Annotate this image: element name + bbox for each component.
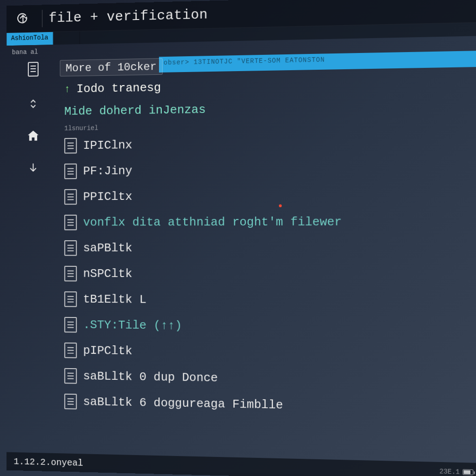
file-label: saPBltk	[83, 241, 132, 255]
file-icon	[64, 164, 77, 179]
file-icon	[64, 368, 77, 384]
file-icon	[64, 317, 77, 333]
file-row[interactable]: tB1Eltk L	[60, 286, 476, 315]
document-icon[interactable]	[26, 61, 40, 77]
file-row[interactable]: .STY:Tile (↑↑)	[60, 312, 476, 342]
subrow-left-label: bana al	[12, 48, 38, 56]
battery-icon	[463, 469, 473, 475]
section-header: Mide doherd inJenzas 1lsnuriel	[60, 96, 476, 133]
file-label: vonflx dita atthniad roght'm filewer	[83, 215, 342, 229]
main-area: More of 10cker ↑ Iodo tranesg Mide doher…	[7, 50, 476, 463]
file-row[interactable]: saPBltk	[60, 235, 476, 262]
file-icon	[64, 394, 77, 410]
file-row[interactable]: nSPCltk	[60, 261, 476, 289]
file-label: nSPCltk	[83, 267, 132, 281]
file-label: .STY:Tile (↑↑)	[83, 318, 182, 333]
file-label: saBLltk 6 doggureaga Fimblle	[83, 395, 283, 412]
titlebar-divider	[42, 10, 42, 27]
status-left: 1.12.2.onyeal	[13, 456, 83, 468]
file-label: pIPCltk	[83, 344, 132, 358]
status-right-text: 23E.1	[439, 468, 460, 476]
cursor-dot	[279, 205, 282, 207]
file-label: tB1Eltk L	[83, 292, 146, 307]
section-header-text: Mide doherd inJenzas	[64, 103, 205, 119]
upload-icon[interactable]	[14, 10, 31, 27]
up-arrow-icon: ↑	[64, 83, 70, 95]
file-list: IPIClnxPF:JinyPPICltxvonflx dita atthnia…	[60, 128, 476, 422]
file-icon	[64, 266, 77, 282]
file-label: PF:Jiny	[83, 164, 132, 178]
file-icon	[64, 215, 77, 230]
file-icon	[64, 240, 77, 256]
file-row[interactable]: vonflx dita atthniad roght'm filewer	[60, 208, 476, 235]
home-icon[interactable]	[26, 128, 40, 144]
tab-empty[interactable]	[53, 31, 80, 45]
file-label: PPICltx	[83, 190, 132, 204]
header-chip[interactable]: More of 10cker	[60, 58, 163, 77]
section-header-sub: 1lsnuriel	[64, 125, 98, 132]
file-row[interactable]: PPICltx	[60, 182, 476, 210]
file-icon	[64, 343, 77, 358]
file-label: IPIClnx	[83, 138, 132, 152]
content-column: More of 10cker ↑ Iodo tranesg Mide doher…	[60, 50, 476, 463]
file-label: saBLltk 0 dup Donce	[83, 369, 218, 385]
todo-text: Iodo tranesg	[77, 81, 161, 96]
status-right: 23E.1	[439, 468, 473, 476]
file-row[interactable]: PF:Jiny	[60, 155, 476, 185]
sidebar	[7, 58, 60, 453]
tab-active[interactable]: AshionTola	[7, 32, 53, 46]
file-icon	[64, 189, 77, 205]
collapse-icon[interactable]	[26, 96, 40, 112]
title-text: file + verification	[49, 7, 208, 26]
file-icon	[64, 291, 77, 307]
file-row[interactable]: IPIClnx	[60, 128, 476, 159]
file-icon	[64, 138, 77, 154]
down-arrow-icon[interactable]	[26, 160, 40, 176]
